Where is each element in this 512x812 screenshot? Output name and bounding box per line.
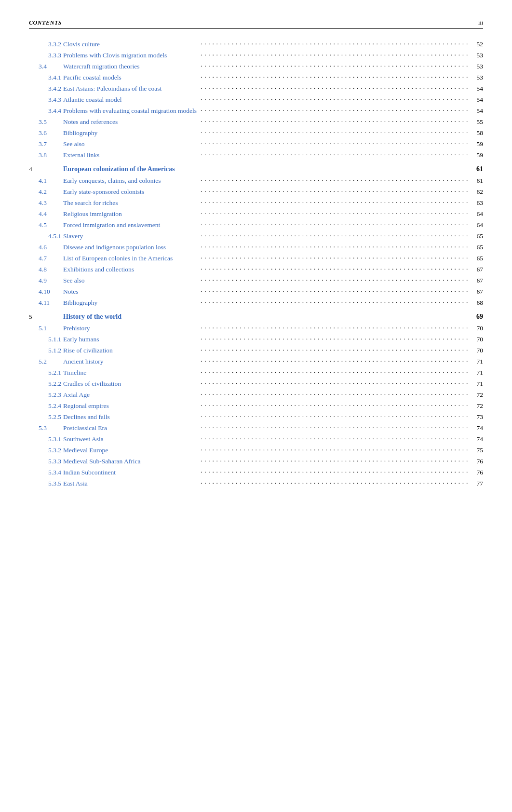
toc-entry-row: 5.1Prehistory . . . . . . . . . . . . . … xyxy=(29,322,483,333)
entry-label[interactable]: Early state-sponsored colonists xyxy=(63,185,199,196)
toc-entry-row: 3.5Notes and references . . . . . . . . … xyxy=(29,115,483,126)
toc-entry-row: 5.3.2Medieval Europe . . . . . . . . . .… xyxy=(29,444,483,455)
entry-label[interactable]: Rise of civilization xyxy=(63,344,199,355)
entry-label[interactable]: Indian Subcontinent xyxy=(63,466,199,477)
entry-label[interactable]: Problems with evaluating coastal migrati… xyxy=(63,104,199,115)
entry-label[interactable]: Exhibitions and collections xyxy=(63,263,199,274)
chapter-label[interactable]: European colonization of the Americas xyxy=(63,160,470,174)
entry-label[interactable]: Timeline xyxy=(63,366,199,377)
entry-label[interactable]: Declines and falls xyxy=(63,410,199,421)
entry-label[interactable]: Religious immigration xyxy=(63,207,199,218)
toc-chapter-row: 5History of the world69 xyxy=(29,307,483,322)
entry-dots: . . . . . . . . . . . . . . . . . . . . … xyxy=(199,466,470,477)
entry-label[interactable]: Southwest Asia xyxy=(63,433,199,444)
entry-page: 52 xyxy=(470,38,483,49)
entry-page: 64 xyxy=(470,218,483,230)
entry-label[interactable]: See also xyxy=(63,137,199,149)
entry-label[interactable]: East Asia xyxy=(63,477,199,488)
entry-number: 3.5 xyxy=(29,115,63,126)
entry-page: 58 xyxy=(470,126,483,137)
entry-number: 4.9 xyxy=(29,274,63,285)
entry-dots: . . . . . . . . . . . . . . . . . . . . … xyxy=(199,93,470,104)
entry-number: 4.6 xyxy=(29,241,63,252)
entry-label[interactable]: Pacific coastal models xyxy=(63,71,199,82)
entry-dots: . . . . . . . . . . . . . . . . . . . . … xyxy=(199,252,470,263)
entry-number: 5.3.4 xyxy=(29,466,63,477)
entry-label[interactable]: Medieval Europe xyxy=(63,444,199,455)
entry-dots: . . . . . . . . . . . . . . . . . . . . … xyxy=(199,388,470,399)
entry-label[interactable]: See also xyxy=(63,274,199,285)
entry-label[interactable]: List of European colonies in the America… xyxy=(63,252,199,263)
entry-page: 67 xyxy=(470,263,483,274)
entry-dots: . . . . . . . . . . . . . . . . . . . . … xyxy=(199,477,470,488)
entry-number: 4.3 xyxy=(29,196,63,207)
entry-number: 4.4 xyxy=(29,207,63,218)
entry-label[interactable]: Medieval Sub-Saharan Africa xyxy=(63,455,199,466)
chapter-label[interactable]: History of the world xyxy=(63,307,470,322)
page-header: CONTENTS iii xyxy=(29,19,483,29)
chapter-number: 5 xyxy=(29,307,63,322)
entry-label[interactable]: Atlantic coastal model xyxy=(63,93,199,104)
entry-label[interactable]: Bibliography xyxy=(63,296,199,307)
entry-label[interactable]: Bibliography xyxy=(63,126,199,137)
entry-label[interactable]: Prehistory xyxy=(63,322,199,333)
entry-number: 5.1.2 xyxy=(29,344,63,355)
entry-dots: . . . . . . . . . . . . . . . . . . . . … xyxy=(199,71,470,82)
entry-label[interactable]: Disease and indigenous population loss xyxy=(63,241,199,252)
entry-label[interactable]: East Asians: Paleoindians of the coast xyxy=(63,82,199,93)
entry-label[interactable]: Regional empires xyxy=(63,399,199,410)
toc-entry-row: 4.2Early state-sponsored colonists . . .… xyxy=(29,185,483,196)
toc-entry-row: 4.4Religious immigration . . . . . . . .… xyxy=(29,207,483,218)
entry-dots: . . . . . . . . . . . . . . . . . . . . … xyxy=(199,421,470,433)
entry-dots: . . . . . . . . . . . . . . . . . . . . … xyxy=(199,115,470,126)
entry-label[interactable]: Clovis culture xyxy=(63,38,199,49)
entry-label[interactable]: Notes and references xyxy=(63,115,199,126)
toc-entry-row: 4.6Disease and indigenous population los… xyxy=(29,241,483,252)
page-number: iii xyxy=(478,19,483,27)
entry-label[interactable]: Early humans xyxy=(63,333,199,344)
entry-number: 5.2.3 xyxy=(29,388,63,399)
toc-entry-row: 3.4.4Problems with evaluating coastal mi… xyxy=(29,104,483,115)
entry-label[interactable]: The search for riches xyxy=(63,196,199,207)
toc-entry-row: 5.2.4Regional empires . . . . . . . . . … xyxy=(29,399,483,410)
entry-page: 67 xyxy=(470,274,483,285)
entry-label[interactable]: Forced immigration and enslavement xyxy=(63,218,199,230)
entry-label[interactable]: Ancient history xyxy=(63,355,199,366)
entry-dots: . . . . . . . . . . . . . . . . . . . . … xyxy=(199,410,470,421)
entry-label[interactable]: Slavery xyxy=(63,230,199,241)
entry-dots: . . . . . . . . . . . . . . . . . . . . … xyxy=(199,333,470,344)
entry-number: 3.3.3 xyxy=(29,49,63,60)
entry-number: 4.5 xyxy=(29,218,63,230)
entry-page: 65 xyxy=(470,230,483,241)
entry-label[interactable]: Watercraft migration theories xyxy=(63,60,199,71)
toc-entry-row: 4.10Notes . . . . . . . . . . . . . . . … xyxy=(29,285,483,296)
entry-dots: . . . . . . . . . . . . . . . . . . . . … xyxy=(199,263,470,274)
entry-dots: . . . . . . . . . . . . . . . . . . . . … xyxy=(199,60,470,71)
toc-entry-row: 3.3.2Clovis culture . . . . . . . . . . … xyxy=(29,38,483,49)
entry-dots: . . . . . . . . . . . . . . . . . . . . … xyxy=(199,455,470,466)
entry-dots: . . . . . . . . . . . . . . . . . . . . … xyxy=(199,196,470,207)
entry-number: 5.1 xyxy=(29,322,63,333)
entry-page: 63 xyxy=(470,196,483,207)
entry-number: 3.4.4 xyxy=(29,104,63,115)
entry-dots: . . . . . . . . . . . . . . . . . . . . … xyxy=(199,185,470,196)
entry-number: 5.2.4 xyxy=(29,399,63,410)
entry-page: 75 xyxy=(470,444,483,455)
entry-dots: . . . . . . . . . . . . . . . . . . . . … xyxy=(199,377,470,388)
entry-label[interactable]: Early conquests, claims, and colonies xyxy=(63,174,199,185)
entry-label[interactable]: Cradles of civilization xyxy=(63,377,199,388)
entry-label[interactable]: Problems with Clovis migration models xyxy=(63,49,199,60)
entry-label[interactable]: Postclassical Era xyxy=(63,421,199,433)
chapter-page: 69 xyxy=(470,307,483,322)
toc-entry-row: 3.4.1Pacific coastal models . . . . . . … xyxy=(29,71,483,82)
entry-number: 5.3.5 xyxy=(29,477,63,488)
toc-entry-row: 5.2Ancient history . . . . . . . . . . .… xyxy=(29,355,483,366)
entry-label[interactable]: Notes xyxy=(63,285,199,296)
entry-label[interactable]: External links xyxy=(63,149,199,160)
entry-number: 5.3.2 xyxy=(29,444,63,455)
entry-number: 3.4.1 xyxy=(29,71,63,82)
entry-page: 71 xyxy=(470,377,483,388)
entry-page: 59 xyxy=(470,137,483,149)
entry-number: 4.8 xyxy=(29,263,63,274)
entry-label[interactable]: Axial Age xyxy=(63,388,199,399)
